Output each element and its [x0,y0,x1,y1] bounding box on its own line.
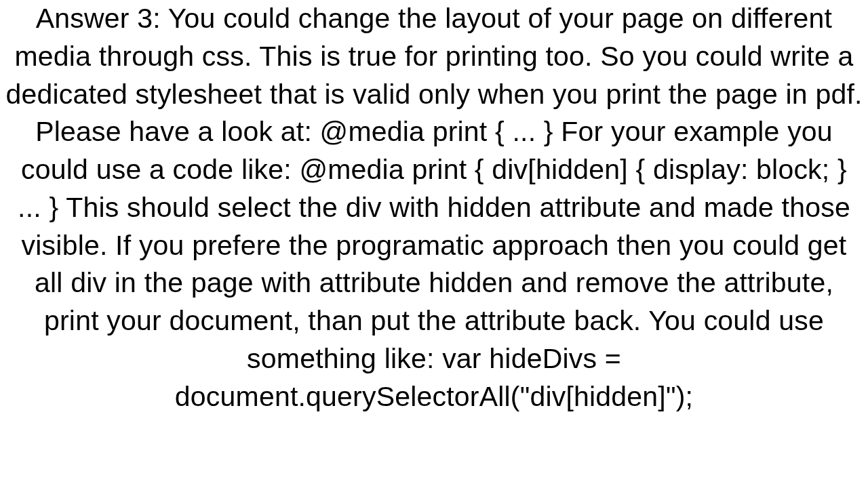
answer-text: Answer 3: You could change the layout of… [0,0,868,415]
